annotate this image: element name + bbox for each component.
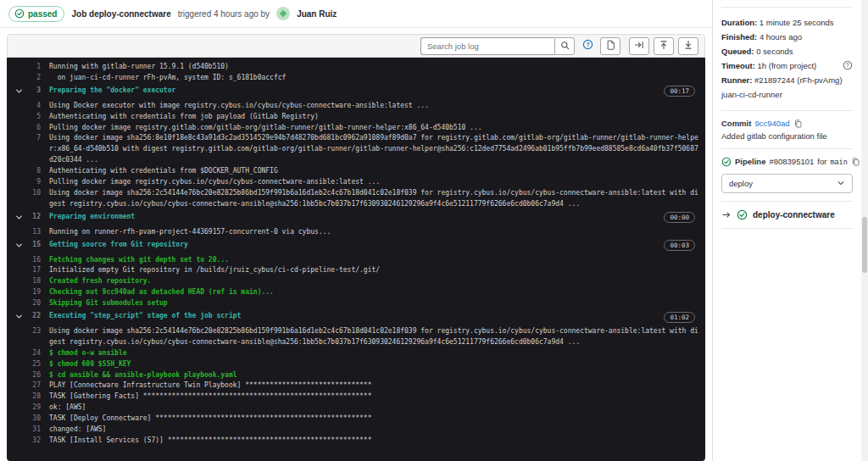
chevron-down-icon[interactable]: [7, 86, 27, 99]
log-line: 15Getting source from Git repository00:0…: [7, 240, 705, 253]
main-column: passed Job deploy-connectware triggered …: [0, 0, 712, 461]
line-number-link[interactable]: 23: [27, 326, 41, 337]
copy-ref-icon[interactable]: [851, 157, 860, 167]
log-line: 30TASK [Deploy Connectware] ************…: [7, 414, 705, 425]
jump-to-failure-button[interactable]: [629, 37, 649, 55]
log-line: 17Initialized empty Git repository in /b…: [7, 265, 705, 276]
line-number-link[interactable]: 26: [27, 370, 41, 381]
line-number-link[interactable]: 5: [27, 112, 41, 123]
divider: [721, 7, 853, 8]
log-text: Skipping Git submodules setup: [49, 298, 705, 309]
log-line: 10Using docker image sha256:2c54144e76bc…: [7, 188, 705, 210]
copy-commit-icon[interactable]: [793, 119, 803, 129]
line-number-link[interactable]: 19: [27, 287, 41, 298]
log-text: Running with gitlab-runner 15.9.1 (d540b…: [49, 62, 705, 73]
divider: [721, 110, 853, 111]
job-header: passed Job deploy-connectware triggered …: [0, 0, 712, 28]
user-name-link[interactable]: Juan Ruiz: [297, 9, 337, 19]
arrow-down-to-bar-icon: [683, 40, 693, 53]
log-text: on juan-ci-cd-runner rFh-pvAm, system ID…: [49, 73, 705, 84]
line-number-link[interactable]: 9: [27, 177, 41, 188]
section-header-text[interactable]: Preparing the "docker" executor: [49, 86, 664, 97]
line-number-link[interactable]: 12: [27, 212, 41, 223]
log-line: 29ok: [AWS]: [7, 403, 705, 414]
log-text: Using docker image sha256:8e10f18e8c43a9…: [49, 133, 705, 166]
status-badge-label: passed: [28, 9, 57, 19]
check-circle-icon: [14, 8, 25, 19]
log-text: TASK [Gathering Facts] *****************…: [49, 392, 705, 403]
detail-row: Duration: 1 minute 25 seconds: [721, 15, 853, 30]
line-number-link[interactable]: 10: [27, 188, 41, 199]
chevron-down-icon[interactable]: [7, 212, 27, 225]
line-number-link[interactable]: 15: [27, 240, 41, 251]
line-number-link[interactable]: 4: [27, 101, 41, 112]
line-number-link[interactable]: 25: [27, 359, 41, 370]
log-text: Authenticating with credentials from $DO…: [49, 166, 705, 177]
line-number-link[interactable]: 32: [27, 436, 41, 447]
detail-row: Finished: 4 hours ago: [721, 30, 853, 44]
line-number-link[interactable]: 30: [27, 414, 41, 425]
log-text: Pulling docker image registry.cybus.io/c…: [49, 177, 705, 188]
line-number-link[interactable]: 20: [27, 298, 41, 309]
search-icon: [560, 40, 570, 53]
line-number-link[interactable]: 2: [27, 73, 41, 84]
section-duration-badge: 01:02: [664, 312, 695, 323]
search-button[interactable]: [554, 37, 575, 55]
log-text: TASK [Deploy Connectware] **************…: [49, 414, 705, 425]
log-text: Pulling docker image registry.gitlab.com…: [49, 123, 705, 134]
commit-sha-link[interactable]: 9cc940ad: [754, 119, 789, 128]
sidebar-job-item[interactable]: deploy-connectware: [721, 209, 853, 220]
job-log: 1Running with gitlab-runner 15.9.1 (d540…: [7, 58, 705, 461]
log-line: 19Checking out 9cc940ad as detached HEAD…: [7, 287, 705, 298]
job-details: Duration: 1 minute 25 secondsFinished: 4…: [721, 15, 853, 103]
divider: [721, 201, 853, 202]
line-number-link[interactable]: 29: [27, 403, 41, 414]
pipeline-label: Pipeline: [735, 157, 765, 166]
job-item-name: deploy-connectware: [753, 210, 835, 219]
pipeline-ref[interactable]: main: [830, 158, 847, 166]
line-number-link[interactable]: 22: [27, 311, 41, 322]
section-header-text[interactable]: Executing "step_script" stage of the job…: [49, 311, 664, 322]
triggered-text: triggered 4 hours ago by: [178, 9, 270, 19]
log-line: 16Fetching changes with git depth set to…: [7, 255, 705, 266]
line-number-link[interactable]: 31: [27, 425, 41, 436]
help-button[interactable]: ?: [579, 37, 596, 55]
section-header-text[interactable]: Getting source from Git repository: [49, 240, 664, 251]
stage-select[interactable]: deploy: [721, 174, 853, 193]
log-line: 25$ chmod 600 $SSH_KEY: [7, 359, 705, 370]
pipeline-id[interactable]: #808395101: [769, 157, 814, 166]
log-text: Using Docker executor with image registr…: [49, 101, 705, 112]
line-number-link[interactable]: 13: [27, 227, 41, 238]
pipeline-row: Pipeline #808395101 for main: [721, 157, 853, 167]
line-number-link[interactable]: 27: [27, 380, 41, 392]
question-circle-icon: ?: [582, 39, 593, 53]
line-number-link[interactable]: 3: [27, 86, 41, 97]
line-number-link[interactable]: 1: [27, 62, 41, 73]
log-text: changed: [AWS]: [49, 425, 705, 436]
chevron-down-icon: [837, 179, 845, 187]
show-raw-button[interactable]: [600, 37, 620, 55]
scroll-to-top-button[interactable]: [654, 37, 674, 55]
line-number-link[interactable]: 17: [27, 265, 41, 276]
line-number-link[interactable]: 7: [27, 133, 41, 144]
line-number-link[interactable]: 8: [27, 166, 41, 177]
search-input[interactable]: [420, 37, 554, 55]
scroll-to-bottom-button[interactable]: [678, 37, 698, 55]
log-line: 5Authenticating with credentials from jo…: [7, 112, 705, 123]
chevron-down-icon[interactable]: [7, 311, 27, 325]
chevron-down-icon[interactable]: [7, 240, 27, 253]
avatar[interactable]: [276, 7, 290, 20]
line-number-link[interactable]: 16: [27, 255, 41, 266]
timeout-help-icon[interactable]: ?: [843, 60, 853, 75]
scrollbar-thumb[interactable]: [862, 217, 867, 273]
line-number-link[interactable]: 28: [27, 392, 41, 403]
log-line: 32TASK [Install Services (S7)] *********…: [7, 436, 705, 447]
line-number-link[interactable]: 6: [27, 123, 41, 134]
status-badge[interactable]: passed: [8, 6, 64, 22]
line-number-link[interactable]: 24: [27, 348, 41, 359]
log-text: Fetching changes with git depth set to 2…: [49, 255, 705, 266]
section-header-text[interactable]: Preparing environment: [49, 212, 664, 223]
line-number-link[interactable]: 18: [27, 276, 41, 287]
log-line: 28TASK [Gathering Facts] ***************…: [7, 392, 705, 403]
log-line: 12Preparing environment00:00: [7, 212, 705, 225]
